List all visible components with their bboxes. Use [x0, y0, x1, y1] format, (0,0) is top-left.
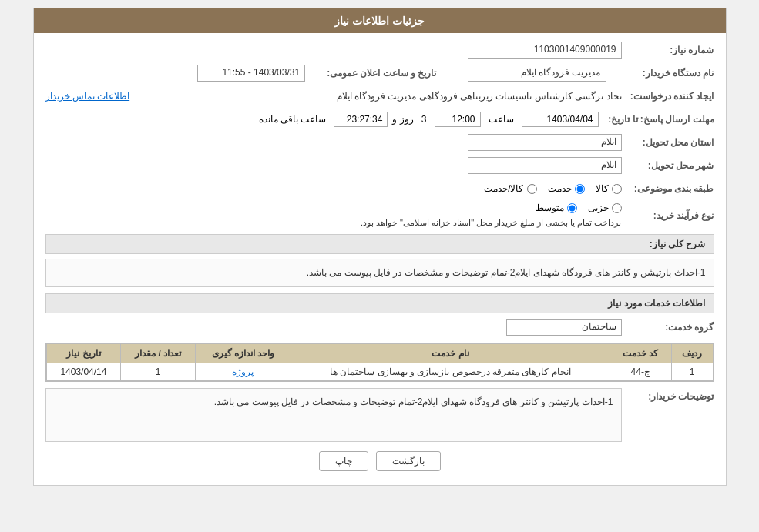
category-kala-khedmat: کالا/خدمت — [484, 183, 536, 194]
announce-value: 1403/03/31 - 11:55 — [197, 65, 305, 82]
purchase-jozi-radio[interactable] — [612, 203, 622, 213]
buyer-org-label: نام دستگاه خریدار: — [622, 68, 714, 79]
table-header-row: ردیف کد خدمت نام خدمت واحد اندازه گیری ت… — [46, 344, 713, 363]
deadline-remaining-label: ساعت باقی مانده — [259, 114, 327, 125]
col-unit: واحد اندازه گیری — [196, 344, 291, 363]
need-number-label: شماره نیاز: — [622, 45, 714, 55]
col-row: ردیف — [671, 344, 713, 363]
cell-date: 1403/04/14 — [46, 363, 121, 381]
cell-row: 1 — [671, 363, 713, 381]
main-container: جزئیات اطلاعات نیاز شماره نیاز: 11030014… — [33, 8, 727, 486]
deadline-day-label: روز و — [392, 114, 413, 125]
purchase-type-radio-group: جزیی متوسط پرداخت تمام یا بخشی از مبلغ خ… — [361, 202, 622, 228]
purchase-type-label: نوع فرآیند خرید: — [622, 210, 714, 221]
buyer-org-value: مدیریت فرودگاه ایلام — [468, 65, 606, 82]
province-label: استان محل تحویل: — [622, 137, 714, 148]
need-number-value: 1103001409000019 — [468, 42, 622, 59]
category-row: طبقه بندی موضوعی: کالا خدمت کالا/خدمت — [45, 179, 714, 198]
buyer-desc-label: توضیحات خریدار: — [622, 388, 714, 402]
deadline-inputs: 1403/04/04 ساعت 12:00 3 روز و 23:27:34 س… — [259, 112, 599, 127]
service-group-row: گروه خدمت: ساختمان — [45, 318, 714, 336]
creator-label: ایجاد کننده درخواست: — [622, 91, 714, 102]
table-row: 1 ج-44 انجام کارهای متفرقه درخصوص بازساز… — [46, 363, 713, 381]
need-desc-box: 1-احداث پارتیشن و کانتر های فرودگاه شهدا… — [45, 259, 714, 287]
col-code: کد خدمت — [610, 344, 671, 363]
services-table: ردیف کد خدمت نام خدمت واحد اندازه گیری ت… — [46, 343, 714, 381]
purchase-note: پرداخت تمام یا بخشی از مبلغ خریدار محل "… — [361, 218, 622, 228]
service-group-value: ساختمان — [506, 319, 622, 336]
deadline-days-value: 3 — [421, 114, 427, 125]
service-group-label: گروه خدمت: — [622, 322, 714, 333]
category-khedmat: خدمت — [548, 183, 585, 194]
col-qty: تعداد / مقدار — [121, 344, 196, 363]
buyer-desc-row: توضیحات خریدار: 1-احداث پارتیشن و کانتر … — [45, 388, 714, 442]
back-button[interactable]: بازگشت — [376, 451, 441, 471]
province-value: ایلام — [468, 134, 622, 151]
deadline-time-label: ساعت — [489, 114, 514, 125]
services-header: اطلاعات خدمات مورد نیاز — [45, 293, 714, 313]
buyer-desc-value: 1-احداث پارتیشن و کانتر های فرودگاه شهدا… — [214, 396, 613, 407]
cell-unit: پروژه — [196, 363, 291, 381]
col-date: تاریخ نیاز — [46, 344, 121, 363]
page-content: شماره نیاز: 1103001409000019 نام دستگاه … — [34, 33, 726, 485]
buyer-org-row: نام دستگاه خریدار: مدیریت فرودگاه ایلام … — [45, 64, 714, 82]
purchase-jozi-label: جزیی — [588, 202, 609, 213]
category-both-label: کالا/خدمت — [484, 183, 523, 194]
purchase-motavasset-label: متوسط — [536, 202, 564, 213]
province-row: استان محل تحویل: ایلام — [45, 133, 714, 152]
category-both-radio[interactable] — [527, 184, 537, 194]
category-khedmat-radio[interactable] — [575, 184, 585, 194]
page-header: جزئیات اطلاعات نیاز — [34, 8, 726, 33]
need-desc-value: 1-احداث پارتیشن و کانتر های فرودگاه شهدا… — [307, 267, 706, 278]
announce-label: تاریخ و ساعت اعلان عمومی: — [321, 68, 436, 79]
need-desc-header: شرح کلی نیاز: — [45, 234, 714, 254]
deadline-remaining: 23:27:34 — [334, 112, 388, 127]
contact-link[interactable]: اطلاعات تماس خریدار — [45, 91, 130, 102]
deadline-label: مهلت ارسال پاسخ: تا تاریخ: — [599, 114, 714, 125]
button-row: بازگشت چاپ — [45, 451, 714, 471]
city-value: ایلام — [468, 157, 622, 174]
purchase-motavasset: متوسط — [536, 202, 577, 213]
deadline-time: 12:00 — [435, 112, 481, 127]
category-kala-label: کالا — [596, 183, 609, 194]
print-button[interactable]: چاپ — [319, 451, 368, 471]
services-table-container: ردیف کد خدمت نام خدمت واحد اندازه گیری ت… — [45, 343, 714, 382]
cell-qty: 1 — [121, 363, 196, 381]
deadline-row: مهلت ارسال پاسخ: تا تاریخ: 1403/04/04 سا… — [45, 110, 714, 129]
category-kala: کالا — [596, 183, 622, 194]
creator-row: ایجاد کننده درخواست: نجاد نرگسی کارشناس … — [45, 87, 714, 105]
purchase-motavasset-radio[interactable] — [567, 203, 577, 213]
category-khedmat-label: خدمت — [548, 183, 572, 194]
city-label: شهر محل تحویل: — [622, 160, 714, 171]
col-name: نام خدمت — [291, 344, 610, 363]
purchase-type-row: نوع فرآیند خرید: جزیی متوسط پرداخت تمام … — [45, 202, 714, 228]
purchase-jozi: جزیی — [588, 202, 622, 213]
need-number-row: شماره نیاز: 1103001409000019 — [45, 41, 714, 59]
buyer-desc-box: 1-احداث پارتیشن و کانتر های فرودگاه شهدا… — [45, 388, 622, 442]
category-kala-radio[interactable] — [612, 184, 622, 194]
header-title: جزئیات اطلاعات نیاز — [334, 15, 425, 27]
cell-code: ج-44 — [610, 363, 671, 381]
category-label: طبقه بندی موضوعی: — [622, 183, 714, 194]
cell-name: انجام کارهای متفرقه درخصوص بازسازی و بهس… — [291, 363, 610, 381]
creator-value: نجاد نرگسی کارشناس تاسیسات زیربناهی فرود… — [136, 91, 621, 102]
deadline-date: 1403/04/04 — [522, 112, 599, 127]
category-radio-group: کالا خدمت کالا/خدمت — [484, 183, 621, 194]
city-row: شهر محل تحویل: ایلام — [45, 156, 714, 175]
